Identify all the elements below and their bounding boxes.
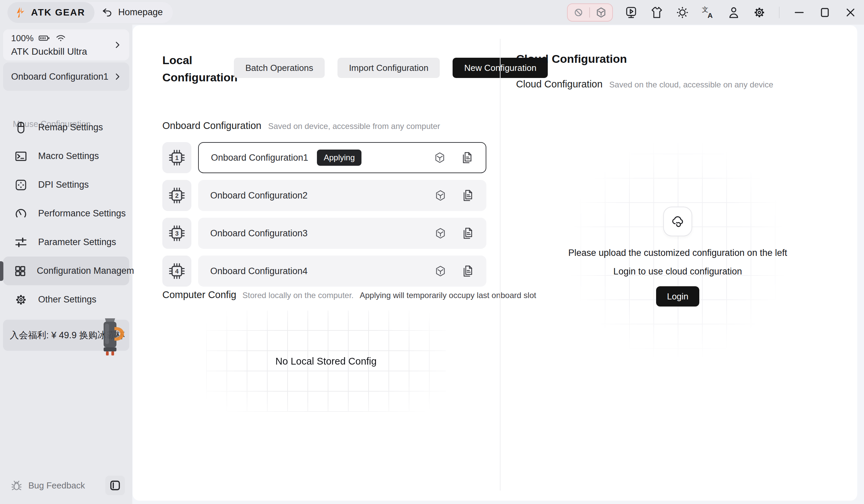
device-card[interactable]: 100% ATK Duckbill Ultra	[3, 29, 129, 60]
row-actions	[433, 151, 473, 164]
copy-config-icon[interactable]	[461, 264, 474, 278]
language-button[interactable]: 文A	[701, 5, 716, 20]
onboard-config-card-1[interactable]: Onboard Configuration1 Applying	[198, 142, 486, 173]
promo-banner[interactable]: 入会福利: ¥ 49.9 换购冰霸杯	[3, 320, 129, 351]
computer-config-desc-gray: Stored locally on the computer.	[242, 291, 354, 300]
computer-config-desc-dark: Applying will temporarily occupy last on…	[360, 291, 536, 300]
bug-feedback-button[interactable]: Bug Feedback	[10, 479, 85, 492]
config-name: Onboard Configuration1	[211, 153, 308, 163]
gauge-icon	[13, 207, 29, 221]
onboard-config-row: 4 Onboard Configuration4	[162, 255, 486, 287]
maximize-button[interactable]	[817, 5, 832, 20]
bug-feedback-label: Bug Feedback	[28, 480, 85, 491]
terminal-icon	[13, 149, 29, 164]
active-config-card[interactable]: Onboard Configuration1	[3, 62, 129, 91]
sidebar-item-label: DPI Settings	[38, 180, 89, 190]
config-name: Onboard Configuration3	[210, 228, 308, 239]
selected-indicator	[0, 261, 3, 281]
panel-collapse-icon	[108, 479, 122, 492]
chevron-right-icon	[112, 71, 123, 82]
onboard-config-list: 1 Onboard Configuration1 Applying	[162, 116, 486, 287]
cube-apply-icon[interactable]	[434, 264, 447, 278]
collapse-sidebar-button[interactable]	[105, 476, 125, 495]
close-button[interactable]	[843, 5, 858, 20]
account-button[interactable]	[726, 5, 741, 20]
cube-status-icon	[595, 6, 608, 19]
minimize-button[interactable]	[792, 5, 807, 20]
title-bar: ATK GEAR Homepage	[0, 0, 864, 25]
onboard-config-card-4[interactable]: Onboard Configuration4	[198, 255, 486, 287]
copy-config-icon[interactable]	[461, 189, 474, 202]
cloud-config-heading-desc: Saved on the cloud, accessible on any de…	[609, 80, 773, 89]
block-icon	[573, 7, 585, 19]
sidebar-item-label: Performance Settings	[38, 208, 126, 219]
app-window: ATK GEAR Homepage	[0, 0, 864, 504]
sidebar-item-label: Parameter Settings	[38, 237, 116, 248]
no-local-config-text: No Local Stored Config	[275, 356, 377, 367]
onboard-config-row: 3 Onboard Configuration3	[162, 218, 486, 249]
copy-config-icon[interactable]	[461, 227, 474, 240]
import-configuration-button[interactable]: Import Configuration	[337, 58, 440, 78]
onboard-config-card-3[interactable]: Onboard Configuration3	[198, 218, 486, 249]
chip-slot-number: 3	[175, 230, 179, 237]
homepage-button[interactable]: Homepage	[101, 7, 163, 19]
chip-slot-tile: 3	[162, 218, 191, 249]
active-config-label: Onboard Configuration1	[11, 72, 112, 82]
sidebar-item-label: Other Settings	[38, 295, 97, 305]
copy-config-icon[interactable]	[460, 151, 473, 164]
theme-brightness-button[interactable]	[675, 5, 690, 20]
app-logo: ATK GEAR	[8, 2, 95, 23]
device-meta: 100% ATK Duckbill Ultra	[11, 33, 112, 57]
sidebar-item-label: Remap Settings	[38, 122, 103, 133]
sidebar-item-macro-settings[interactable]: Macro Settings	[3, 142, 129, 170]
cube-apply-icon[interactable]	[434, 227, 447, 240]
config-name: Onboard Configuration2	[210, 190, 308, 201]
onboard-config-card-2[interactable]: Onboard Configuration2	[198, 180, 486, 211]
cloud-upload-box	[663, 207, 692, 236]
batch-operations-button[interactable]: Batch Operations	[234, 58, 325, 78]
sidebar-item-performance-settings[interactable]: Performance Settings	[3, 199, 129, 228]
sliders-icon	[13, 235, 29, 250]
cube-apply-icon[interactable]	[434, 189, 447, 202]
svg-text:A: A	[708, 11, 713, 19]
sidebar-item-dpi-settings[interactable]: DPI Settings	[3, 170, 129, 199]
onboard-config-row: 2 Onboard Configuration2	[162, 180, 486, 211]
cloud-config-title: Cloud Configuration	[516, 52, 627, 65]
video-tutorial-button[interactable]	[624, 5, 638, 20]
local-config-actions: Batch Operations Import Configuration Ne…	[234, 58, 548, 78]
row-actions	[434, 227, 474, 240]
settings-gear-button[interactable]	[752, 5, 767, 20]
applying-badge: Applying	[317, 149, 361, 166]
brand-name: ATK GEAR	[31, 7, 85, 18]
computer-config-heading-title: Computer Config	[162, 289, 236, 300]
cloud-upload-hint: Please upload the customized configurati…	[538, 248, 818, 258]
chip-slot-tile: 4	[162, 255, 191, 287]
bug-icon	[10, 479, 23, 492]
cloud-config-heading-title: Cloud Configuration	[516, 79, 602, 90]
cloud-sync-icon	[670, 214, 685, 229]
skin-store-button[interactable]	[649, 5, 664, 20]
cloud-empty-state: Please upload the customized configurati…	[538, 207, 818, 307]
sidebar-footer: Bug Feedback	[10, 476, 125, 495]
mouse-icon	[13, 121, 29, 135]
sidebar-item-label: Macro Settings	[38, 151, 99, 161]
gear-icon	[13, 293, 29, 307]
battery-icon	[38, 34, 51, 42]
chip-slot-number: 4	[175, 268, 179, 275]
sidebar-item-other-settings[interactable]: Other Settings	[3, 285, 129, 314]
chip-slot-tile: 1	[162, 142, 191, 173]
login-button[interactable]: Login	[656, 286, 699, 307]
titlebar-actions: 文A	[567, 3, 858, 22]
panel-divider	[500, 39, 501, 491]
sidebar-item-remap-settings[interactable]: Remap Settings	[3, 113, 129, 142]
cube-apply-icon[interactable]	[433, 151, 446, 164]
battery-percent: 100%	[11, 33, 34, 44]
sidebar-item-configuration-management[interactable]: Configuration Managem	[3, 256, 129, 285]
local-config-empty-area: No Local Stored Config	[206, 311, 446, 412]
sidebar-item-parameter-settings[interactable]: Parameter Settings	[3, 228, 129, 256]
cloud-config-heading: Cloud Configuration Saved on the cloud, …	[516, 79, 773, 90]
homepage-label: Homepage	[118, 7, 163, 17]
permission-status-pill[interactable]	[567, 3, 613, 22]
row-actions	[434, 264, 474, 278]
brand-pill: ATK GEAR Homepage	[8, 2, 173, 23]
